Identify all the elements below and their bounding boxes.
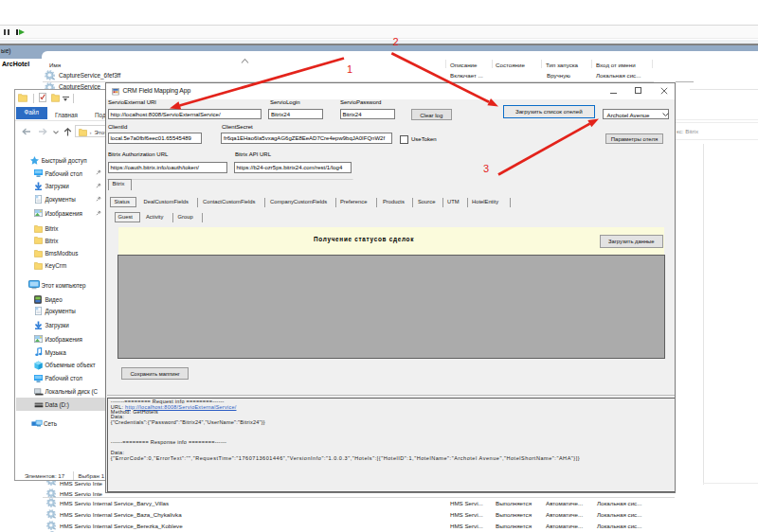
svg-text:1: 1 bbox=[347, 63, 352, 75]
svg-text:3: 3 bbox=[483, 163, 489, 174]
svg-text:2: 2 bbox=[393, 36, 399, 47]
